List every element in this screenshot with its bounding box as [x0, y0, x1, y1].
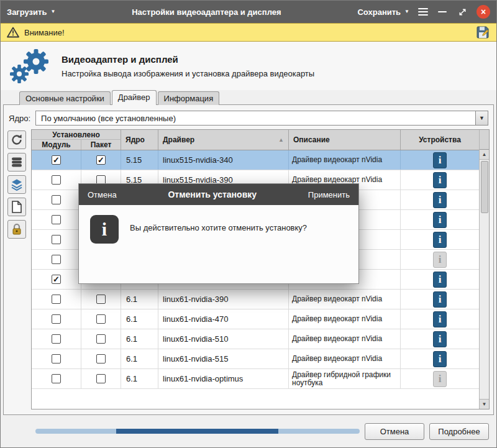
tab-main-settings[interactable]: Основные настройки — [19, 91, 111, 105]
chevron-down-icon: ▼ — [50, 9, 55, 14]
dialog-message: Вы действительно хотите отменить установ… — [130, 215, 307, 232]
table-row[interactable]: 6.1linux61-nvidia-470Драйвер видеокарт n… — [32, 309, 479, 329]
driver-cell: linux61-nvidia-470 — [158, 309, 289, 329]
app-header: Видеоадаптер и дисплей Настройка вывода … — [1, 42, 496, 90]
device-info-button[interactable]: i — [433, 331, 447, 347]
device-info-button[interactable]: i — [433, 232, 447, 248]
devices-cell: i — [401, 250, 479, 269]
table-row[interactable]: 6.1linux61-nvidia-515Драйвер видеокарт n… — [32, 349, 479, 369]
package-checkbox[interactable] — [96, 334, 106, 344]
dialog-apply-button[interactable]: Применить — [308, 190, 350, 199]
module-checkbox[interactable] — [52, 175, 61, 185]
package-checkbox[interactable] — [96, 354, 106, 363]
column-header-installed[interactable]: Установлено — [32, 130, 121, 140]
module-checkbox[interactable] — [52, 314, 61, 324]
document-button[interactable] — [7, 198, 26, 216]
driver-cell: linux61-nvidia-390 — [158, 290, 289, 309]
table-row[interactable]: ✓✓5.15linux515-nvidia-340Драйвер видеока… — [32, 150, 479, 170]
gears-icon — [9, 48, 52, 84]
chevron-down-icon: ▼ — [404, 9, 409, 14]
footer-bar: Отмена Подробнее — [1, 415, 496, 447]
table-row[interactable]: 6.1linux61-nvidia-optimusДрайвер гибридн… — [32, 369, 479, 389]
tool-column — [7, 129, 27, 409]
module-cell — [32, 250, 81, 269]
column-header-devices[interactable]: Устройства — [401, 130, 479, 150]
column-header-kernel[interactable]: Ядро — [121, 130, 158, 150]
device-info-button: i — [433, 252, 447, 268]
column-header-description[interactable]: Описание — [289, 130, 401, 150]
device-info-button[interactable]: i — [433, 192, 447, 208]
module-cell — [32, 210, 81, 229]
details-button[interactable]: Подробнее — [429, 423, 489, 440]
table-row[interactable]: 6.1linux61-nvidia-510Драйвер видеокарт n… — [32, 329, 479, 349]
package-checkbox[interactable] — [96, 374, 106, 383]
combobox-dropdown-button[interactable]: ▼ — [475, 111, 488, 125]
package-checkbox[interactable]: ✓ — [96, 155, 106, 165]
minimize-icon — [438, 11, 447, 12]
module-checkbox[interactable] — [52, 295, 61, 304]
devices-cell: i — [401, 369, 479, 388]
kernel-cell: 5.15 — [121, 150, 158, 170]
device-info-button[interactable]: i — [433, 291, 447, 308]
devices-cell: i — [401, 210, 479, 229]
close-button[interactable]: × — [476, 5, 490, 19]
devices-cell: i — [401, 309, 479, 329]
module-checkbox[interactable]: ✓ — [52, 155, 61, 165]
maximize-button[interactable] — [457, 6, 468, 17]
tab-bar: Основные настройки Драйвер Информация — [1, 90, 496, 105]
driver-cell: linux61-nvidia-510 — [158, 329, 289, 349]
device-info-button[interactable]: i — [433, 351, 447, 367]
kernel-cell: 6.1 — [121, 309, 158, 329]
database-button[interactable] — [7, 153, 26, 171]
device-info-button[interactable]: i — [433, 212, 447, 228]
scrollbar-thumb[interactable] — [481, 161, 488, 213]
lock-button[interactable] — [7, 220, 26, 239]
layers-button[interactable] — [7, 175, 26, 194]
scroll-up-button[interactable]: ▲ — [480, 150, 489, 160]
cancel-button[interactable]: Отмена — [365, 423, 424, 440]
kernel-cell: 6.1 — [121, 369, 158, 388]
package-checkbox[interactable] — [96, 314, 106, 324]
column-header-package[interactable]: Пакет — [81, 140, 121, 150]
dialog-cancel-button[interactable]: Отмена — [88, 190, 117, 199]
save-menu-button[interactable]: Сохранить ▼ — [357, 7, 409, 17]
column-header-module[interactable]: Модуль — [32, 140, 81, 150]
scroll-down-button[interactable]: ▼ — [480, 399, 489, 409]
column-header-driver[interactable]: Драйвер ▲ — [158, 130, 289, 150]
load-menu-button[interactable]: Загрузить ▼ — [7, 7, 55, 17]
module-checkbox[interactable] — [52, 255, 61, 264]
tab-information[interactable]: Информация — [158, 91, 220, 105]
module-checkbox[interactable] — [52, 334, 61, 344]
device-info-button[interactable]: i — [433, 311, 447, 327]
warning-bar: Внимание! — [1, 23, 496, 42]
device-info-button[interactable]: i — [433, 172, 447, 188]
load-menu-label: Загрузить — [7, 7, 47, 17]
kernel-combobox[interactable]: По умолчанию (все установленные) ▼ — [35, 111, 488, 126]
module-checkbox[interactable] — [52, 215, 61, 224]
refresh-button[interactable] — [7, 130, 26, 149]
module-checkbox[interactable]: ✓ — [52, 275, 61, 284]
dialog-header: Отмена Отменить установку Применить — [79, 184, 358, 205]
module-checkbox[interactable] — [52, 235, 61, 244]
module-cell — [32, 290, 81, 309]
module-checkbox[interactable] — [52, 354, 61, 363]
table-row[interactable]: 6.1linux61-nvidia-390Драйвер видеокарт n… — [32, 290, 479, 309]
module-checkbox[interactable] — [52, 195, 61, 204]
layers-icon — [11, 178, 23, 191]
description-cell: Драйвер видеокарт nVidia — [289, 349, 401, 368]
tab-driver[interactable]: Драйвер — [112, 90, 157, 105]
module-cell: ✓ — [32, 270, 81, 289]
minimize-button[interactable] — [437, 6, 448, 17]
resize-diagonal-icon — [458, 7, 467, 17]
device-info-button[interactable]: i — [433, 272, 447, 288]
module-cell — [32, 309, 81, 329]
save-floppy-icon[interactable] — [475, 25, 490, 40]
hamburger-menu-button[interactable] — [418, 6, 428, 17]
package-checkbox[interactable] — [96, 295, 106, 304]
module-checkbox[interactable] — [52, 374, 61, 383]
device-info-button[interactable]: i — [433, 152, 447, 168]
vertical-scrollbar[interactable]: ▲ ▼ — [479, 130, 489, 409]
kernel-cell: 6.1 — [121, 329, 158, 349]
window-title: Настройки видеоадаптера и дисплея — [62, 7, 351, 17]
module-cell: ✓ — [32, 150, 81, 170]
